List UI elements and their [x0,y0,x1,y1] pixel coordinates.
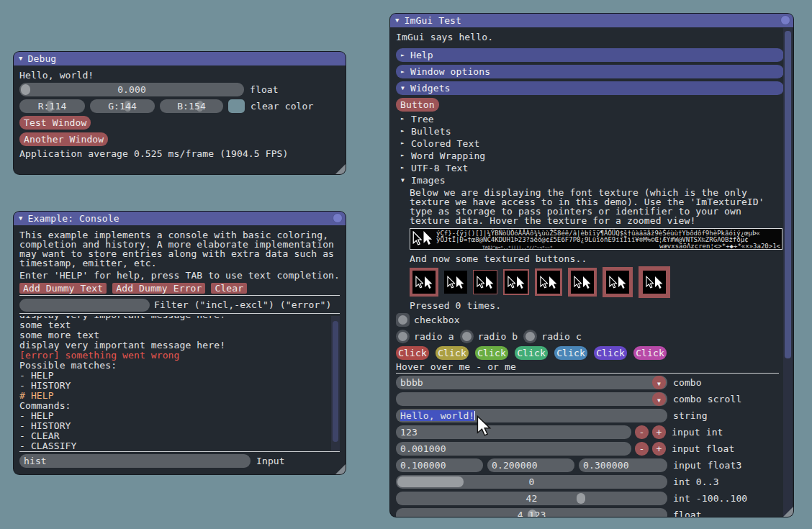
string-input-value: Hello, world! [400,410,474,421]
click-button-1[interactable]: Click [396,346,429,360]
resize-grip[interactable] [335,164,346,174]
combo[interactable]: bbbb ▼ [396,376,667,389]
image-button-2[interactable] [444,271,467,294]
window-scrollbar-grab[interactable] [785,31,791,358]
log-scrollbar-track[interactable] [331,316,340,451]
resize-grip[interactable] [783,507,793,517]
input-float3-z-value: 0.300000 [579,458,667,472]
input-int-label: input int [672,425,723,439]
input-int-field[interactable]: 123 [396,425,631,439]
input-float-value: 0.001000 [396,442,631,456]
click-button-5[interactable]: Click [554,346,587,360]
image-button-5[interactable] [535,268,562,296]
checkbox-mark [398,315,407,325]
another-window-button[interactable]: Another Window [19,132,108,146]
slider-int-0-3[interactable]: 0 [396,475,667,489]
color-g-value: G:144 [90,99,155,113]
header-help[interactable]: ► Help [396,48,784,62]
input-int-minus-button[interactable]: - [635,425,649,439]
console-input[interactable]: hist [19,454,251,468]
slider-int-100-label: int -100..100 [673,492,747,505]
collapse-arrow-icon[interactable]: ▼ [19,55,23,62]
hello-text: Hello, world! [19,71,340,80]
console-log[interactable]: display very important message here! som… [19,316,340,451]
header-label: Widgets [410,83,451,94]
combo-scroll[interactable]: ▼ [396,392,667,406]
log-scrollbar-grab[interactable] [333,321,338,442]
tree-node-tree[interactable]: ► Tree [401,114,779,124]
tree-node-word-wrapping[interactable]: ► Word Wrapping [401,151,779,160]
input-float3-x[interactable]: 0.100000 [396,458,483,472]
click-button-7[interactable]: Click [633,346,667,360]
radio-b[interactable] [460,330,474,343]
window-title: ImGui Test [405,15,461,26]
click-button-4[interactable]: Click [515,346,548,360]
combo-arrow-button[interactable]: ▼ [652,376,666,389]
click-button-2[interactable]: Click [436,346,469,360]
log-line: [error] something went wrong [19,351,340,361]
window-imgui-test: ▼ ImGui Test ImGui says hello. ► Help ► … [389,13,794,517]
collapse-arrow-icon[interactable]: ▼ [395,17,400,24]
image-button-6[interactable] [568,268,597,297]
titlebar-imgui-test[interactable]: ▼ ImGui Test [390,14,793,27]
collapse-arrow-icon[interactable]: ▼ [19,215,23,222]
input-float3-y[interactable]: 0.200000 [487,458,574,472]
add-dummy-error-button[interactable]: Add Dummy Error [112,283,205,294]
stats-text: Application average 0.525 ms/frame (1904… [19,149,340,158]
radio-b-label: radio b [478,331,518,342]
tree-label: Tree [411,114,434,124]
resize-grip[interactable] [335,464,346,474]
image-button-1[interactable] [410,268,438,297]
input-float-plus-button[interactable]: + [652,442,666,456]
log-line: - HISTORY [19,381,340,391]
input-float3-z[interactable]: 0.300000 [579,458,667,472]
clear-button[interactable]: Clear [211,283,247,294]
radio-c[interactable] [523,330,537,343]
input-float-minus-button[interactable]: - [635,442,649,456]
float-slider[interactable]: 0.000 [19,83,244,96]
combo-scroll-label: combo scroll [673,392,741,406]
separator [19,451,340,452]
close-button[interactable] [333,213,343,223]
window-scrollbar-track[interactable] [783,28,793,516]
tree-node-utf8[interactable]: ► UTF-8 Text [401,163,779,173]
color-r-value: R:114 [19,99,85,113]
add-dummy-text-button[interactable]: Add Dummy Text [19,283,107,294]
tree-node-colored-text[interactable]: ► Colored Text [401,139,779,148]
log-line: Possible matches: [19,361,340,371]
log-line: - HELP [19,411,340,421]
slider-int-100[interactable]: 42 [396,492,667,505]
string-input[interactable]: Hello, world! [396,409,667,422]
textured-buttons-caption: And now some textured buttons.. [410,254,779,263]
titlebar-debug[interactable]: ▼ Debug [14,52,346,65]
console-intro-line: timestamp, emitter, etc. [19,258,340,268]
tree-node-bullets[interactable]: ► Bullets [401,127,779,136]
test-window-button[interactable]: Test Window [19,116,91,130]
combo-scroll-arrow-button[interactable]: ▼ [652,392,666,406]
click-button-3[interactable]: Click [475,346,508,360]
image-button-3[interactable] [473,270,497,294]
header-widgets[interactable]: ▼ Widgets [396,81,784,95]
filter-input[interactable] [19,299,150,312]
click-button-6[interactable]: Click [594,346,627,360]
slider-float[interactable]: 4.123 [396,508,667,517]
color-g-slider[interactable]: G:144 [90,99,155,113]
input-int-plus-button[interactable]: + [652,425,666,439]
image-button-4[interactable] [503,269,529,295]
font-texture-image[interactable]: ýÇf}-{ÿj()[]|¼ÝBÑòÙÖóÄÂÀô¾¼ùùŽŠ8éê/â|èbî… [410,228,782,250]
radio-mark [525,332,535,341]
input-float-field[interactable]: 0.001000 [396,442,631,456]
log-line: Commands: [19,401,340,411]
button-widget[interactable]: Button [396,98,439,112]
color-r-slider[interactable]: R:114 [19,99,85,113]
tree-node-images[interactable]: ▼ Images [401,176,779,185]
image-button-7[interactable] [603,267,633,297]
header-window-options[interactable]: ► Window options [396,65,784,78]
clear-color-swatch[interactable] [228,99,245,113]
close-button[interactable] [780,15,790,25]
image-button-8[interactable] [639,266,670,298]
radio-a[interactable] [396,330,410,343]
checkbox[interactable] [396,313,410,327]
titlebar-console[interactable]: ▼ Example: Console [14,212,346,225]
color-b-slider[interactable]: B:154 [160,99,223,113]
